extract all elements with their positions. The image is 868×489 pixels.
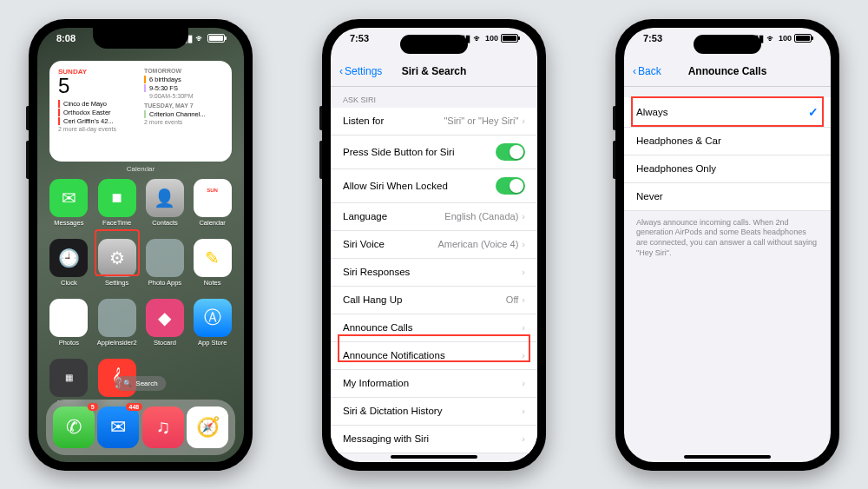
option-label: Headphones Only	[636, 163, 716, 174]
calendar-widget[interactable]: SUNDAY 5 Cinco de Mayo Orthodox Easter C…	[49, 61, 232, 162]
dock: ✆5 ✉448 ♫ 🧭	[46, 400, 235, 455]
page-title: Announce Calls	[688, 65, 767, 77]
row-label: Listen for	[343, 116, 384, 126]
app-contacts[interactable]: 👤Contacts	[146, 179, 185, 227]
toggle-switch[interactable]	[496, 143, 525, 161]
app-notes[interactable]: ✎Notes	[193, 239, 232, 287]
option-headphones-car[interactable]: Headphones & Car	[624, 128, 831, 155]
settings-row-announce-calls[interactable]: Announce Calls›	[331, 314, 537, 342]
app-grid: ✉Messages ■FaceTime 👤Contacts SUN5Calend…	[49, 179, 232, 406]
row-label: Call Hang Up	[343, 294, 402, 305]
chevron-left-icon: ‹	[633, 65, 636, 77]
option-never[interactable]: Never	[624, 183, 831, 211]
home-indicator[interactable]	[391, 455, 477, 459]
app-photos[interactable]: ❀Photos	[49, 299, 89, 347]
search-icon: 🔍	[123, 380, 132, 387]
settings-row-allow-siri-when-locked[interactable]: Allow Siri When Locked	[331, 169, 537, 203]
row-label: Announce Notifications	[343, 350, 445, 360]
home-indicator[interactable]	[684, 455, 771, 459]
widget-event: 6 birthdays	[144, 76, 223, 83]
row-value: Off	[506, 294, 518, 305]
dock-phone[interactable]: ✆5	[53, 406, 95, 448]
toggle-switch[interactable]	[496, 177, 525, 195]
wifi-icon: ᯤ	[195, 33, 205, 43]
dock-mail[interactable]: ✉448	[97, 406, 139, 448]
chevron-right-icon: ›	[522, 294, 525, 305]
page-title: Siri & Search	[402, 65, 467, 77]
app-stocard[interactable]: ◆Stocard	[146, 299, 185, 347]
widget-event: Criterion Channel...	[144, 110, 223, 118]
row-value: "Siri" or "Hey Siri"	[444, 116, 518, 126]
settings-row-messaging-with-siri[interactable]: Messaging with Siri›	[331, 426, 537, 453]
option-always[interactable]: Always✓	[624, 97, 831, 128]
widget-app-label: Calendar	[37, 165, 244, 173]
widget-event: Orthodox Easter	[58, 109, 137, 116]
chevron-right-icon: ›	[522, 322, 525, 333]
dock-safari[interactable]: 🧭	[187, 406, 228, 448]
folder-photo-apps[interactable]: Photo Apps	[146, 239, 185, 287]
chevron-right-icon: ›	[522, 433, 525, 444]
settings-row-my-information[interactable]: My Information›	[331, 370, 537, 398]
settings-row-language[interactable]: LanguageEnglish (Canada)›	[331, 203, 537, 231]
battery-icon	[501, 34, 518, 43]
settings-row-siri-responses[interactable]: Siri Responses›	[331, 259, 537, 287]
notes-icon: ✎	[194, 239, 232, 277]
chevron-right-icon: ›	[522, 239, 525, 249]
badge-count: 448	[126, 403, 143, 411]
widget-event: 9-5:30 FS	[144, 84, 223, 92]
facetime-icon: ■	[98, 179, 136, 217]
folder-icon: ▦	[49, 359, 88, 397]
settings-list[interactable]: ASK SIRI Listen for"Siri" or "Hey Siri"›…	[331, 87, 537, 457]
status-time: 7:53	[350, 33, 369, 44]
dock-music[interactable]: ♫	[142, 406, 184, 448]
option-headphones-only[interactable]: Headphones Only	[624, 155, 831, 183]
settings-screen: 7:53 ▮▮▮▮ ᯤ 100 ‹ Settings Siri & Search…	[331, 28, 537, 462]
settings-row-listen-for[interactable]: Listen for"Siri" or "Hey Siri"›	[331, 108, 537, 135]
app-appstore[interactable]: ⒶApp Store	[193, 299, 232, 347]
option-label: Headphones & Car	[636, 135, 721, 146]
row-label: Messaging with Siri	[343, 433, 429, 444]
widget-more: 2 more all-day events	[58, 126, 137, 132]
settings-row-siri-voice[interactable]: Siri VoiceAmerican (Voice 4)›	[331, 231, 537, 259]
settings-row-announce-notifications[interactable]: Announce Notifications›	[331, 342, 537, 370]
row-label: Press Side Button for Siri	[343, 147, 454, 157]
chevron-right-icon: ›	[522, 350, 525, 360]
battery-pct: 100	[485, 34, 498, 43]
app-facetime[interactable]: ■FaceTime	[97, 179, 137, 227]
nav-bar: ‹ Settings Siri & Search	[331, 57, 537, 87]
back-button[interactable]: ‹ Back	[633, 65, 661, 77]
chevron-right-icon: ›	[522, 211, 525, 221]
app-messages[interactable]: ✉Messages	[49, 179, 89, 227]
widget-more: 2 more events	[144, 119, 223, 125]
widget-day-name: SUNDAY	[58, 68, 137, 76]
settings-list[interactable]: Always✓Headphones & CarHeadphones OnlyNe…	[624, 87, 831, 457]
badge-count: 5	[88, 403, 98, 411]
home-screen: 8:08 ▮▮▮▮ ᯤ SUNDAY 5 Cinco de Mayo Ortho…	[37, 28, 244, 462]
widget-day-num: 5	[58, 76, 137, 96]
calendar-icon: SUN5	[194, 179, 232, 217]
option-label: Always	[636, 107, 667, 117]
iphone-home: 8:08 ▮▮▮▮ ᯤ SUNDAY 5 Cinco de Mayo Ortho…	[29, 19, 253, 471]
settings-row-siri-dictation-history[interactable]: Siri & Dictation History›	[331, 398, 537, 426]
app-calendar[interactable]: SUN5Calendar	[193, 179, 232, 227]
row-label: My Information	[343, 378, 409, 388]
iphone-siri-settings: 7:53 ▮▮▮▮ ᯤ 100 ‹ Settings Siri & Search…	[322, 19, 546, 471]
back-button[interactable]: ‹ Settings	[339, 65, 382, 77]
row-label: Siri Voice	[343, 239, 385, 249]
photos-icon: ❀	[49, 299, 88, 337]
nav-bar: ‹ Back Announce Calls	[624, 57, 831, 87]
back-label: Back	[638, 65, 661, 77]
settings-row-call-hang-up[interactable]: Call Hang UpOff›	[331, 287, 537, 314]
wifi-icon: ᯤ	[473, 33, 483, 43]
battery-icon	[794, 34, 812, 43]
folder-appleinsider[interactable]: AppleInsider2	[97, 299, 137, 347]
settings-row-press-side-button-for-siri[interactable]: Press Side Button for Siri	[331, 135, 537, 169]
dynamic-island	[400, 35, 468, 54]
highlight-settings-app	[95, 229, 140, 276]
spotlight-search[interactable]: 🔍 Search	[115, 376, 166, 391]
iphone-announce-calls: 7:53 ▮▮▮▮ ᯤ 100 ‹ Back Announce Calls Al…	[615, 19, 839, 471]
option-label: Never	[636, 191, 663, 202]
chevron-right-icon: ›	[522, 116, 525, 126]
row-label: Siri Responses	[343, 267, 410, 277]
app-clock[interactable]: 🕘Clock	[49, 239, 89, 287]
